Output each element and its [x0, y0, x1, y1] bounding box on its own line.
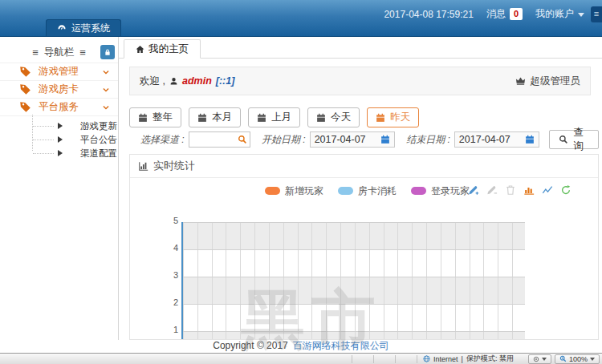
- start-date-input[interactable]: 2017-04-07: [310, 131, 396, 148]
- y-axis-tick-label: 2: [161, 297, 178, 307]
- globe-icon: [423, 355, 430, 362]
- stats-title: 实时统计: [153, 159, 195, 173]
- legend-swatch: [411, 187, 426, 195]
- status-cell: [352, 355, 373, 363]
- range-button[interactable]: 整年: [129, 107, 181, 127]
- caret-down-icon: [578, 13, 584, 17]
- welcome-bar: 欢迎 , admin [::1] 超级管理员: [129, 67, 591, 95]
- crown-icon: [515, 76, 526, 86]
- top-header: 2017-04-08 17:59:21 消息0 我的账户 ≡ 运营系统: [0, 0, 602, 37]
- company-name: 百游网络科技有限公司: [293, 340, 389, 351]
- system-brand-tab[interactable]: 运营系统: [46, 19, 121, 36]
- calendar-icon: [380, 135, 390, 144]
- home-icon: [136, 45, 144, 54]
- login-host: [::1]: [216, 75, 235, 87]
- start-date-label: 开始日期 :: [262, 133, 306, 147]
- chart-toolbar: [468, 184, 571, 196]
- sidebar-group-item[interactable]: 游戏房卡: [0, 81, 118, 99]
- settings-icon: [533, 356, 539, 362]
- sidebar-submenu: 游戏更新平台公告渠道配置: [0, 116, 118, 167]
- refresh-icon[interactable]: [560, 184, 571, 196]
- chevron-down-icon: [102, 68, 110, 76]
- bar-chart-icon: [138, 161, 148, 172]
- account-menu[interactable]: 我的账户: [535, 7, 584, 21]
- caret-down-icon: [590, 358, 595, 361]
- filter-row: 选择渠道 : 开始日期 : 2017-04-07 结束日期 : 2017-04-…: [129, 130, 599, 149]
- hamburger-menu-button[interactable]: ≡: [591, 6, 602, 22]
- legend-row: 新增玩家房卡消耗登录玩家: [130, 178, 598, 204]
- tree-arrow-icon: [58, 150, 63, 156]
- range-button[interactable]: 昨天: [367, 107, 419, 127]
- sidebar: ≡ 导航栏 ≡ 游戏管理游戏房卡平台服务游戏更新平台公告渠道配置: [0, 37, 119, 340]
- sidebar-group-item[interactable]: 平台服务: [0, 99, 118, 116]
- security-zone: Internet | 保护模式: 禁用: [417, 355, 519, 363]
- page-footer: Copyright © 2017百游网络科技有限公司: [0, 340, 602, 353]
- sidebar-title: 导航栏: [44, 46, 75, 59]
- browser-status-bar: Internet | 保护模式: 禁用 100%: [0, 353, 602, 364]
- legend-swatch: [338, 187, 353, 195]
- tools-button[interactable]: [528, 354, 551, 364]
- tag-icon: [19, 83, 31, 95]
- date-range-buttons: 整年本月上月今天昨天: [129, 107, 599, 127]
- chart-plot-area: 54321: [181, 222, 525, 340]
- sidebar-sub-item[interactable]: 渠道配置: [0, 147, 118, 160]
- y-axis-tick-label: 3: [161, 270, 178, 280]
- user-role: 超级管理员: [515, 75, 581, 88]
- channel-select: [189, 131, 250, 148]
- app-window: 2017-04-08 17:59:21 消息0 我的账户 ≡ 运营系统 ≡ 导航…: [0, 0, 602, 364]
- legend-item[interactable]: 房卡消耗: [338, 184, 397, 198]
- chart-legend: 新增玩家房卡消耗登录玩家: [265, 184, 470, 198]
- query-button[interactable]: 查询: [549, 130, 599, 149]
- chevron-down-icon: [102, 86, 110, 94]
- calendar-icon: [525, 135, 535, 144]
- channel-label: 选择渠道 :: [140, 133, 185, 147]
- range-button[interactable]: 本月: [189, 107, 241, 127]
- end-date-input[interactable]: 2017-04-07: [454, 131, 540, 148]
- status-cell: [373, 355, 395, 363]
- gauge-icon: [57, 23, 67, 33]
- search-icon[interactable]: [238, 135, 247, 144]
- calendar-icon: [197, 113, 207, 123]
- tree-arrow-icon: [58, 123, 63, 129]
- realtime-stats-panel: 实时统计 新增玩家房卡消耗登录玩家 54321: [129, 154, 599, 340]
- range-button[interactable]: 今天: [307, 107, 360, 127]
- y-axis-tick-label: 4: [161, 243, 178, 253]
- caret-down-icon: [542, 358, 547, 361]
- edit-icon[interactable]: [486, 184, 498, 196]
- calendar-icon: [257, 113, 266, 123]
- calendar-icon: [316, 113, 326, 123]
- tab-bar: 我的主页: [119, 37, 602, 59]
- end-date-label: 结束日期 :: [406, 133, 450, 147]
- sidebar-sub-item[interactable]: 平台公告: [0, 133, 118, 147]
- legend-swatch: [265, 187, 280, 195]
- edit-add-icon[interactable]: [468, 184, 479, 196]
- tab-my-home[interactable]: 我的主页: [124, 39, 201, 59]
- legend-item[interactable]: 新增玩家: [265, 184, 323, 198]
- current-username: admin: [182, 75, 212, 87]
- pin-sidebar-button[interactable]: [100, 45, 115, 59]
- sidebar-nav: 游戏管理游戏房卡平台服务游戏更新平台公告渠道配置: [0, 63, 118, 167]
- message-count-badge: 0: [510, 8, 523, 20]
- sidebar-group-item[interactable]: 游戏管理: [0, 63, 118, 81]
- y-axis-tick-label: 1: [161, 325, 178, 334]
- delete-icon[interactable]: [505, 184, 516, 196]
- search-icon: [559, 135, 568, 144]
- y-axis-tick-label: 5: [161, 216, 178, 225]
- zoom-control[interactable]: 100%: [555, 354, 600, 364]
- legend-item[interactable]: 登录玩家: [411, 184, 470, 198]
- main-area: 我的主页 欢迎 , admin [::1] 超级管理员 整年本月上月今天昨天 选…: [119, 37, 602, 340]
- range-button[interactable]: 上月: [248, 107, 300, 127]
- sidebar-sub-item[interactable]: 游戏更新: [0, 119, 118, 133]
- calendar-icon: [138, 113, 148, 123]
- messages-link[interactable]: 消息0: [486, 7, 523, 21]
- datetime-display: 2017-04-08 17:59:21: [384, 9, 473, 20]
- menu-icon: ≡: [32, 47, 39, 59]
- zoom-icon: [559, 355, 567, 362]
- bar-chart-view-icon[interactable]: [523, 184, 535, 196]
- line-chart-view-icon[interactable]: [542, 184, 553, 196]
- stats-panel-header: 实时统计: [130, 155, 598, 178]
- chevron-down-icon: [102, 103, 110, 111]
- status-cell: [395, 355, 417, 363]
- tree-arrow-icon: [58, 136, 63, 143]
- sidebar-header: ≡ 导航栏 ≡: [0, 42, 118, 63]
